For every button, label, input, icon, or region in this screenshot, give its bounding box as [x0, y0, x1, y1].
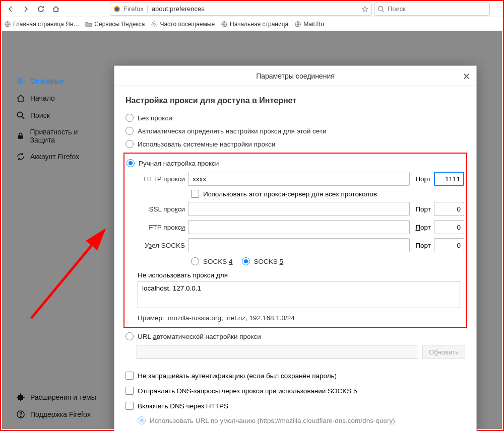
radio-doh-default: Использовать URL по умолчанию (https://m…	[138, 413, 465, 427]
svg-point-11	[20, 416, 21, 416]
dialog-heading: Настройка прокси для доступа в Интернет	[125, 96, 465, 105]
bookmark-yandex-home[interactable]: Главная страница Ян…	[4, 21, 79, 28]
radio-socks5[interactable]: SOCKS 5	[242, 257, 284, 265]
refresh-button: Обновить	[422, 345, 465, 359]
reload-button[interactable]	[34, 3, 47, 16]
gear-icon	[151, 21, 158, 28]
radio-manual[interactable]: Ручная настройка прокси	[127, 157, 464, 170]
use-for-all-row[interactable]: Использовать этот прокси-сервер для всех…	[127, 188, 464, 200]
search-icon	[377, 6, 385, 13]
ftp-port-label: Порт	[413, 224, 431, 231]
sidebar-item-privacy[interactable]: Приватность и Защита	[16, 124, 103, 148]
connection-settings-dialog: Параметры соединения ✕ Настройка прокси …	[114, 65, 477, 431]
svg-point-7	[19, 80, 22, 83]
svg-rect-9	[18, 135, 23, 139]
ssl-label: SSL прокси	[138, 205, 185, 213]
bookmark-mailru[interactable]: Mail.Ru	[294, 21, 324, 28]
dialog-title: Параметры соединения	[256, 72, 335, 80]
sidebar-item-search[interactable]: Поиск	[16, 107, 103, 124]
folder-icon	[85, 21, 92, 28]
ssl-proxy-input[interactable]	[188, 202, 410, 216]
sidebar-item-account[interactable]: Аккаунт Firefox	[16, 148, 103, 165]
socks-port-input[interactable]	[434, 238, 464, 252]
ftp-proxy-row: FTP прокси Порт	[138, 218, 464, 236]
noproxy-label: Не использовать прокси для	[127, 268, 464, 281]
ssl-port-input[interactable]	[434, 202, 464, 216]
radio-url-auto[interactable]: URL автоматической настройки прокси	[125, 330, 465, 343]
search-bar[interactable]	[374, 3, 490, 16]
svg-point-1	[115, 7, 119, 11]
search-input[interactable]	[388, 5, 486, 13]
globe-icon	[294, 21, 301, 28]
url-text: about:preferences	[152, 5, 358, 13]
http-label: HTTP прокси	[138, 175, 185, 183]
socks-port-label: Порт	[413, 242, 431, 249]
bookmark-frequent[interactable]: Часто посещаемые	[151, 21, 215, 28]
cb-dns-socks[interactable]: Отправлять DNS-запросы через прокси при …	[125, 383, 465, 398]
star-icon[interactable]	[361, 6, 368, 13]
svg-point-4	[153, 23, 155, 25]
socks-version-row: SOCKS 4 SOCKS 5	[127, 254, 464, 268]
dialog-body: Настройка прокси для доступа в Интернет …	[114, 86, 476, 431]
screenshot-frame: Firefox | about:preferences Главная стра…	[0, 0, 504, 431]
noproxy-textarea[interactable]	[138, 281, 460, 308]
search-icon	[16, 111, 25, 120]
http-port-label: Порт	[413, 175, 431, 183]
preferences-main: Основные Начало Поиск Приватность и Защи…	[2, 31, 502, 429]
bookmark-start-page[interactable]: Начальная страница	[221, 21, 288, 28]
sidebar-item-support[interactable]: Поддержка Firefox	[16, 406, 96, 423]
svg-point-2	[379, 6, 383, 11]
radio-socks4[interactable]: SOCKS 4	[191, 257, 233, 265]
bookmark-yandex-services[interactable]: Сервисы Яндекса	[85, 21, 145, 28]
ssl-port-label: Порт	[413, 205, 431, 213]
sidebar-item-extensions[interactable]: Расширения и темы	[16, 389, 96, 406]
close-button[interactable]: ✕	[463, 71, 470, 82]
cb-no-auth[interactable]: Не запрашивать аутентификацию (если был …	[125, 368, 465, 383]
preferences-sidebar: Основные Начало Поиск Приватность и Защи…	[2, 31, 103, 429]
url-bar[interactable]: Firefox | about:preferences	[110, 3, 372, 16]
radio-no-proxy[interactable]: Без прокси	[125, 111, 465, 124]
radio-auto-detect[interactable]: Автоматически определять настройки прокс…	[125, 124, 465, 137]
svg-point-8	[18, 112, 23, 117]
ftp-label: FTP прокси	[138, 224, 185, 231]
socks-label: Узел SOCKS	[138, 242, 185, 249]
help-icon	[16, 410, 25, 419]
globe-icon	[4, 21, 11, 28]
lock-icon	[16, 131, 25, 140]
socks-proxy-row: Узел SOCKS Порт	[138, 236, 464, 254]
forward-button[interactable]	[19, 3, 32, 16]
puzzle-icon	[16, 393, 25, 402]
ftp-proxy-input[interactable]	[188, 220, 410, 234]
socks-proxy-input[interactable]	[188, 238, 410, 252]
sidebar-item-home[interactable]: Начало	[16, 90, 103, 107]
auto-url-input	[137, 345, 417, 359]
http-proxy-input[interactable]	[188, 172, 410, 186]
dialog-title-bar: Параметры соединения ✕	[114, 66, 476, 86]
http-proxy-row: HTTP прокси Порт	[138, 170, 464, 188]
sidebar-item-general[interactable]: Основные	[16, 73, 103, 90]
home-button[interactable]	[49, 3, 62, 16]
firefox-icon	[113, 6, 120, 13]
gear-icon	[16, 77, 25, 86]
ftp-port-input[interactable]	[434, 220, 464, 234]
manual-proxy-section: Ручная настройка прокси HTTP прокси Порт…	[123, 153, 467, 328]
home-icon	[16, 94, 25, 103]
browser-toolbar: Firefox | about:preferences	[1, 1, 503, 17]
ssl-proxy-row: SSL прокси Порт	[138, 200, 464, 218]
auto-url-row: Обновить	[137, 343, 465, 361]
url-prefix: Firefox	[123, 5, 144, 13]
cb-dns-https[interactable]: Включить DNS через HTTPS	[125, 398, 465, 413]
bookmarks-bar: Главная страница Ян… Сервисы Яндекса Час…	[1, 17, 503, 31]
globe-icon	[221, 21, 228, 28]
noproxy-example: Пример: .mozilla-russia.org, .net.nz, 19…	[138, 314, 464, 322]
radio-system[interactable]: Использовать системные настройки прокси	[125, 137, 465, 151]
sync-icon	[16, 152, 25, 161]
http-port-input[interactable]	[434, 172, 464, 186]
back-button[interactable]	[4, 3, 17, 16]
